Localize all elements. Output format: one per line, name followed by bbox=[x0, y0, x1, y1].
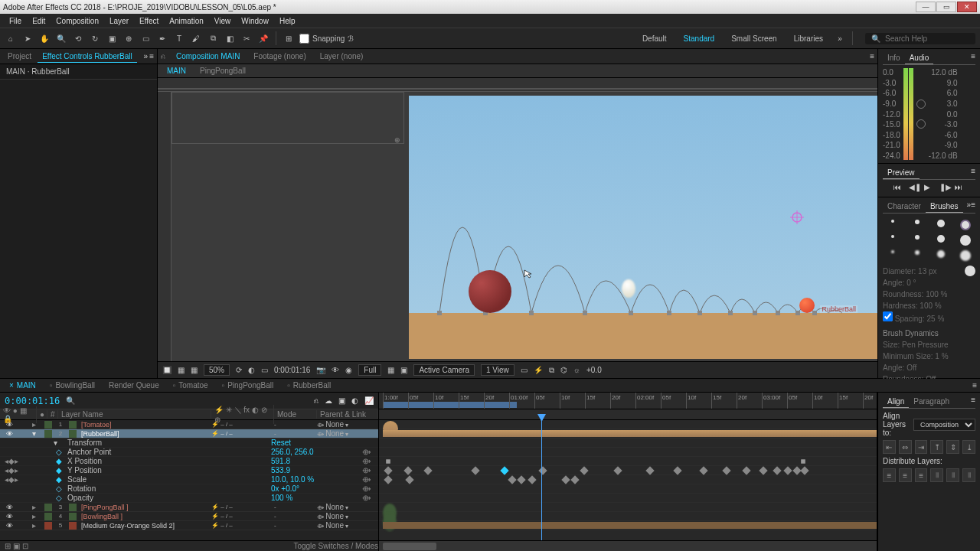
panel-menu-icon[interactable]: ≡ bbox=[971, 396, 975, 408]
subtab-pingpongball[interactable]: PingPongBall bbox=[194, 65, 252, 77]
fast-preview-icon[interactable]: ⚡ bbox=[534, 366, 543, 374]
last-frame-icon[interactable]: ⏭ bbox=[955, 183, 965, 194]
eye-icon[interactable]: 👁 bbox=[0, 421, 18, 429]
search-input[interactable] bbox=[885, 34, 969, 43]
transform-group[interactable]: ▾ Transform Reset bbox=[0, 439, 378, 448]
prev-frame-icon[interactable]: ◀❚ bbox=[909, 183, 920, 194]
snapping-chevron-icon[interactable]: ℬ bbox=[348, 34, 354, 43]
brush-dyn-angle[interactable]: Angle: Off bbox=[883, 362, 975, 373]
layer-name[interactable]: [Tomatoe] bbox=[78, 421, 211, 429]
brush-diameter[interactable]: Diameter: 13 px bbox=[883, 266, 937, 277]
pen-tool-icon[interactable]: ✒ bbox=[156, 32, 168, 44]
dist-bottom-icon[interactable]: ≡ bbox=[915, 468, 928, 482]
tl-tab-main[interactable]: × MAIN bbox=[3, 380, 42, 391]
dist-top-icon[interactable]: ≡ bbox=[883, 468, 896, 482]
stopwatch-icon[interactable]: ◆ bbox=[54, 475, 64, 484]
dist-right-icon[interactable]: ⦀ bbox=[962, 468, 975, 482]
pixel-aspect-icon[interactable]: ▭ bbox=[521, 366, 528, 374]
align-hcenter-icon[interactable]: ⇔ bbox=[899, 440, 912, 454]
brush-roundness[interactable]: Roundness: 100 % bbox=[883, 289, 975, 300]
work-area-bar[interactable] bbox=[383, 402, 517, 408]
resolution-dropdown[interactable]: Full bbox=[358, 364, 381, 376]
label-swatch[interactable] bbox=[44, 421, 52, 429]
track-xpos[interactable] bbox=[379, 457, 877, 466]
zoom-dropdown[interactable]: 50% bbox=[204, 364, 230, 376]
link-icon[interactable]: ⟴ bbox=[355, 466, 378, 474]
stopwatch-icon[interactable]: ◇ bbox=[54, 494, 64, 502]
dist-vcenter-icon[interactable]: ≡ bbox=[899, 468, 912, 482]
menu-effect[interactable]: Effect bbox=[135, 17, 163, 25]
frame-blend-icon[interactable]: ▣ bbox=[338, 396, 345, 405]
menu-animation[interactable]: Animation bbox=[165, 17, 207, 25]
link-icon[interactable]: ⟴ bbox=[355, 448, 378, 456]
comp-mini-flowchart-icon[interactable]: ⎌ bbox=[314, 396, 318, 405]
pan-behind-tool-icon[interactable]: ⊕ bbox=[122, 32, 135, 44]
brush-spacing-checkbox[interactable] bbox=[883, 311, 893, 321]
timeline-ruler[interactable]: 1:00f05f10f15f20f01:00f05f10f15f20f02:00… bbox=[379, 393, 877, 409]
align-right-icon[interactable]: ⇥ bbox=[915, 440, 928, 454]
audio-knob-right[interactable] bbox=[916, 119, 926, 129]
hand-tool-icon[interactable]: ✋ bbox=[38, 32, 51, 44]
maximize-button[interactable]: ▭ bbox=[936, 2, 956, 12]
timeline-navigator[interactable] bbox=[379, 540, 877, 551]
align-bottom-icon[interactable]: ⤓ bbox=[962, 440, 975, 454]
link-icon[interactable]: ⟴ bbox=[355, 484, 378, 493]
tab-composition-main[interactable]: Composition MAIN bbox=[170, 51, 246, 62]
layer-row-pingpongball[interactable]: 👁▸3[PingPongBall ]⚡ – / –- ⟴ None ▾ bbox=[0, 503, 378, 512]
layer-mode[interactable]: - bbox=[274, 421, 317, 428]
brush-hardness[interactable]: Hardness: 100 % bbox=[883, 300, 975, 311]
brush-tool-icon[interactable]: 🖌 bbox=[190, 32, 202, 44]
prop-value[interactable]: 591.8 bbox=[271, 457, 355, 465]
link-icon[interactable]: ⟴ bbox=[355, 457, 378, 465]
timeline-panel-menu-icon[interactable]: ≡ bbox=[972, 381, 977, 390]
clone-tool-icon[interactable]: ⧉ bbox=[207, 32, 219, 44]
reset-exposure-icon[interactable]: ☼ bbox=[573, 366, 580, 374]
prop-rotation[interactable]: ◇Rotation0x +0.0°⟴ bbox=[0, 484, 378, 494]
snapping-toggle[interactable]: Snapping ℬ bbox=[299, 34, 354, 44]
layer-row-bowlingball[interactable]: 👁▸4[BowlingBall ]⚡ – / –- ⟴ None ▾ bbox=[0, 512, 378, 521]
current-timecode[interactable]: 0:00:01:16 bbox=[5, 396, 60, 406]
layer-row-tomatoe[interactable]: 👁 ▸ 1 [Tomatoe] ⚡ – / – - ⟴ None ▾ bbox=[0, 420, 378, 429]
menu-window[interactable]: Window bbox=[237, 17, 273, 25]
navigator-thumb[interactable] bbox=[383, 543, 436, 550]
tab-info[interactable]: Info bbox=[883, 52, 905, 64]
mask-icon[interactable]: ◐ bbox=[248, 366, 255, 374]
track-pingpong[interactable] bbox=[379, 503, 877, 512]
transform-reset[interactable]: Reset bbox=[271, 439, 355, 447]
layer-row-rubberball[interactable]: 👁 ▾ 2 [RubberBall] ⚡ – / – - ⟴ None ▾ bbox=[0, 429, 378, 439]
brush-preset-grid[interactable] bbox=[883, 217, 975, 264]
stopwatch-icon[interactable]: ◇ bbox=[54, 448, 64, 456]
tracks-area[interactable] bbox=[379, 420, 877, 540]
graph-editor-icon[interactable]: 📈 bbox=[364, 396, 374, 405]
workspace-default[interactable]: Default bbox=[636, 34, 673, 43]
workspace-libraries[interactable]: Libraries bbox=[788, 34, 829, 43]
camera-tool-icon[interactable]: ▣ bbox=[106, 32, 118, 44]
keyframe-nav[interactable]: ◂◆▸ bbox=[0, 466, 23, 474]
first-frame-icon[interactable]: ⏮ bbox=[893, 183, 904, 194]
tab-preview[interactable]: Preview bbox=[883, 167, 920, 179]
views-dropdown[interactable]: 1 View bbox=[481, 364, 514, 376]
anchor-point-marker[interactable] bbox=[790, 210, 804, 224]
track-tomatoe[interactable] bbox=[379, 420, 877, 429]
tab-layer-none[interactable]: Layer (none) bbox=[314, 51, 370, 62]
orbit-tool-icon[interactable]: ⟲ bbox=[72, 32, 84, 44]
stopwatch-icon[interactable]: ◆ bbox=[54, 457, 64, 465]
transparency-grid-icon[interactable]: ▦ bbox=[387, 366, 394, 374]
track-solid[interactable] bbox=[379, 521, 877, 530]
link-icon[interactable]: ⟴ bbox=[355, 494, 378, 502]
eye-icon[interactable]: 👁 bbox=[0, 430, 18, 438]
subtab-main[interactable]: MAIN bbox=[161, 65, 192, 77]
puppet-tool-icon[interactable]: 📌 bbox=[257, 32, 270, 44]
layer-name[interactable]: [RubberBall] bbox=[78, 430, 211, 438]
motion-blur-icon[interactable]: ◐ bbox=[351, 396, 358, 405]
align-layers-to-select[interactable]: Composition bbox=[913, 419, 975, 431]
selection-tool-icon[interactable]: ➤ bbox=[21, 32, 34, 44]
align-top-icon[interactable]: ⤒ bbox=[930, 440, 943, 454]
roto-tool-icon[interactable]: ✂ bbox=[240, 32, 253, 44]
menu-edit[interactable]: Edit bbox=[28, 17, 50, 25]
layer-parent[interactable]: ⟴ None ▾ bbox=[317, 420, 378, 429]
tab-audio[interactable]: Audio bbox=[905, 52, 934, 64]
region-icon[interactable]: ▭ bbox=[261, 366, 268, 374]
show-snapshot-icon[interactable]: 👁 bbox=[332, 366, 339, 374]
camera-dropdown[interactable]: Active Camera bbox=[413, 364, 475, 376]
